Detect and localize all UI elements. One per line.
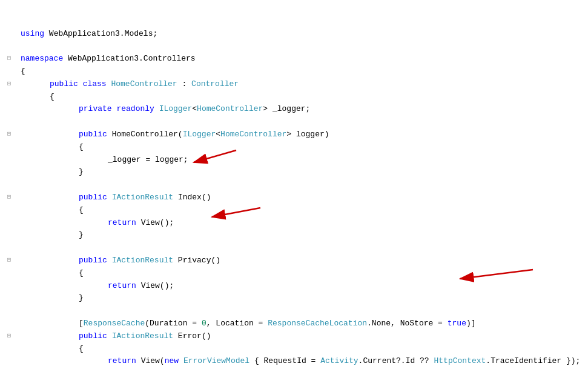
line-gutter: ⊟ [0, 78, 18, 90]
line-content: private readonly ILogger<HomeController>… [18, 103, 588, 116]
line-content: { [18, 204, 588, 217]
code-line: private readonly ILogger<HomeController>… [0, 103, 588, 116]
line-gutter [0, 65, 18, 66]
line-content [18, 40, 588, 53]
line-gutter: ⊟ [0, 330, 18, 342]
line-gutter [0, 204, 18, 205]
line-content: { [18, 91, 588, 104]
line-gutter [0, 305, 18, 305]
line-content: _logger = logger; [18, 154, 588, 167]
code-line [0, 40, 588, 53]
line-content: { [18, 141, 588, 154]
line-content: } [18, 292, 588, 305]
code-line: ⊟namespace WebApplication3.Controllers [0, 53, 588, 65]
code-line: } [0, 229, 588, 242]
line-content: public class HomeController : Controller [18, 78, 588, 91]
line-content: public IActionResult Index() [18, 191, 588, 204]
line-content: } [18, 229, 588, 242]
line-gutter [0, 217, 18, 218]
line-content: } [18, 166, 588, 179]
code-line: ⊟public IActionResult Error() [0, 330, 588, 343]
line-content: { [18, 65, 588, 78]
code-line: return View(); [0, 280, 588, 293]
line-gutter [0, 179, 18, 179]
line-gutter [0, 318, 18, 318]
code-line: using WebApplication3.Models; [0, 28, 588, 41]
line-gutter [0, 242, 18, 242]
code-line: [ResponseCache(Duration = 0, Location = … [0, 318, 588, 330]
code-line: } [0, 166, 588, 179]
line-content: public HomeController(ILogger<HomeContro… [18, 128, 588, 141]
code-line [0, 116, 588, 128]
code-editor: using WebApplication3.Models; ⊟namespace… [0, 0, 588, 366]
line-gutter [0, 355, 18, 356]
line-content [18, 305, 588, 318]
line-content: public IActionResult Privacy() [18, 255, 588, 267]
code-line: return View(new ErrorViewModel { Request… [0, 355, 588, 366]
line-content [18, 116, 588, 128]
line-content [18, 242, 588, 255]
line-gutter [0, 28, 18, 28]
code-line: { [0, 343, 588, 356]
line-gutter [0, 40, 18, 41]
line-content [18, 179, 588, 191]
code-line: ⊟public HomeController(ILogger<HomeContr… [0, 128, 588, 141]
line-content: [ResponseCache(Duration = 0, Location = … [18, 318, 588, 330]
code-line [0, 179, 588, 191]
line-gutter [0, 141, 18, 142]
code-line [0, 305, 588, 318]
code-line: { [0, 204, 588, 217]
line-gutter [0, 166, 18, 167]
line-content: return View(); [18, 280, 588, 293]
line-gutter [0, 116, 18, 116]
line-gutter [0, 154, 18, 155]
code-line: return View(); [0, 217, 588, 230]
line-gutter [0, 103, 18, 104]
code-line [0, 242, 588, 255]
line-gutter [0, 343, 18, 344]
line-content: return View(); [18, 217, 588, 230]
line-gutter [0, 280, 18, 281]
line-content: { [18, 343, 588, 356]
code-line: ⊟public IActionResult Index() [0, 191, 588, 204]
code-line: ⊟public IActionResult Privacy() [0, 255, 588, 267]
line-content: using WebApplication3.Models; [18, 28, 588, 41]
line-gutter [0, 267, 18, 268]
code-line: { [0, 91, 588, 104]
code-line: } [0, 292, 588, 305]
line-content: return View(new ErrorViewModel { Request… [18, 355, 588, 366]
code-line: { [0, 141, 588, 154]
code-line: { [0, 65, 588, 78]
code-line: ⊟public class HomeController : Controlle… [0, 78, 588, 91]
line-gutter [0, 292, 18, 293]
line-content: public IActionResult Error() [18, 330, 588, 343]
line-content: namespace WebApplication3.Controllers [18, 53, 588, 65]
line-gutter: ⊟ [0, 191, 18, 203]
line-gutter: ⊟ [0, 255, 18, 266]
code-line: { [0, 267, 588, 280]
line-gutter [0, 91, 18, 92]
line-gutter [0, 229, 18, 230]
code-line: _logger = logger; [0, 154, 588, 167]
line-gutter: ⊟ [0, 128, 18, 140]
line-content: { [18, 267, 588, 280]
line-gutter: ⊟ [0, 53, 18, 64]
